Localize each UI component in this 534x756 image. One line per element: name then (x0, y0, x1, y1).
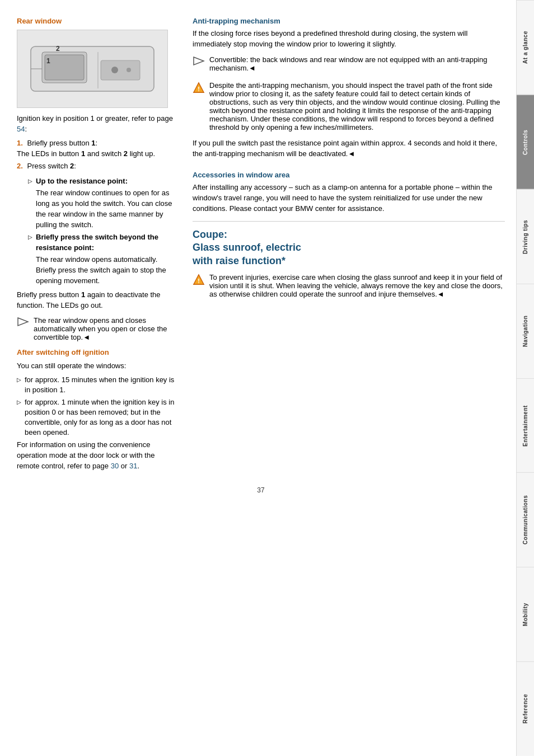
svg-marker-11 (194, 57, 204, 65)
divider (193, 221, 505, 222)
after-switching-heading: After switching off ignition (17, 348, 179, 356)
coupe-heading: Coupe:Glass sunroof, electricwith raise … (193, 228, 505, 267)
bullet-1min: for approx. 1 minute when the ignition k… (17, 397, 179, 438)
svg-marker-10 (18, 318, 28, 326)
accessories-heading: Accessories in window area (193, 171, 505, 179)
anti-trapping-warning-box: ! Despite the anti-trapping mechanism, y… (193, 79, 505, 134)
convenience-note: For information on using the convenience… (17, 440, 179, 472)
sidebar-tab-navigation[interactable]: Navigation (517, 284, 534, 378)
switch-option-1: Up to the resistance point: The rear win… (28, 176, 179, 230)
deactivate-note: Briefly press button 1 again to deactiva… (17, 290, 179, 311)
svg-text:2: 2 (56, 45, 60, 53)
svg-text:!: ! (198, 278, 200, 284)
accessories-body: After installing any accessory – such as… (193, 182, 505, 214)
steps-list: 1. Briefly press button 1: The LEDs in b… (17, 138, 179, 172)
coupe-warning-text: To prevent injuries, exercise care when … (209, 273, 505, 298)
page-31-link[interactable]: 31 (129, 462, 137, 470)
note-icon (17, 317, 29, 327)
svg-point-7 (111, 67, 118, 73)
bullet-15min: for approx. 15 minutes when the ignition… (17, 375, 179, 395)
step-2: 2. Press switch 2: (17, 161, 179, 172)
auto-note-box: The rear window opens and closes automat… (17, 314, 179, 344)
after-switching-body: You can still operate the windows: (17, 361, 179, 372)
sidebar-tab-communications[interactable]: Communications (517, 472, 534, 567)
sidebar-tab-driving-tips[interactable]: Driving tips (517, 189, 534, 284)
convertible-note-text: Convertible: the back windows and rear w… (209, 55, 505, 72)
sidebar-tab-reference[interactable]: Reference (517, 661, 534, 756)
svg-rect-6 (101, 60, 140, 80)
main-content: Rear window 2 1 (0, 0, 516, 756)
page-30-link[interactable]: 30 (111, 462, 119, 470)
auto-note-text: The rear window opens and closes automat… (34, 316, 179, 341)
sidebar-tab-at-a-glance[interactable]: At a glance (517, 0, 534, 95)
anti-trapping-body2: If you pull the switch past the resistan… (193, 138, 505, 159)
svg-rect-2 (45, 55, 84, 80)
sidebar: At a glance Controls Driving tips Naviga… (516, 0, 534, 756)
sidebar-tab-mobility[interactable]: Mobility (517, 567, 534, 661)
coupe-warning-icon: ! (193, 274, 205, 286)
anti-trapping-body1: If the closing force rises beyond a pred… (193, 29, 505, 50)
switch-options-list: Up to the resistance point: The rear win… (17, 176, 179, 286)
page-number: 37 (17, 486, 505, 494)
coupe-warning-box: ! To prevent injuries, exercise care whe… (193, 271, 505, 300)
right-column: Anti-trapping mechanism If the closing f… (193, 17, 505, 475)
rear-window-heading: Rear window (17, 17, 179, 25)
svg-text:1: 1 (46, 57, 50, 65)
anti-trapping-warning-text: Despite the anti-trapping mechanism, you… (209, 81, 505, 132)
left-column: Rear window 2 1 (17, 17, 179, 475)
step-1: 1. Briefly press button 1: The LEDs in b… (17, 138, 179, 159)
anti-trapping-heading: Anti-trapping mechanism (193, 17, 505, 25)
svg-point-8 (127, 68, 131, 72)
convertible-note-icon (193, 56, 205, 66)
page-54-link[interactable]: 54 (17, 125, 25, 133)
svg-text:!: ! (198, 85, 200, 92)
ignition-note: Ignition key in position 1 or greater, r… (17, 114, 179, 135)
convertible-note-box: Convertible: the back windows and rear w… (193, 53, 505, 74)
switch-option-2: Briefly press the switch beyond the resi… (28, 232, 179, 286)
warning-icon: ! (193, 82, 205, 94)
sidebar-tab-controls[interactable]: Controls (517, 95, 534, 189)
sidebar-tab-entertainment[interactable]: Entertainment (517, 378, 534, 473)
after-switching-bullets: for approx. 15 minutes when the ignition… (17, 375, 179, 438)
car-diagram: 2 1 (17, 30, 168, 108)
